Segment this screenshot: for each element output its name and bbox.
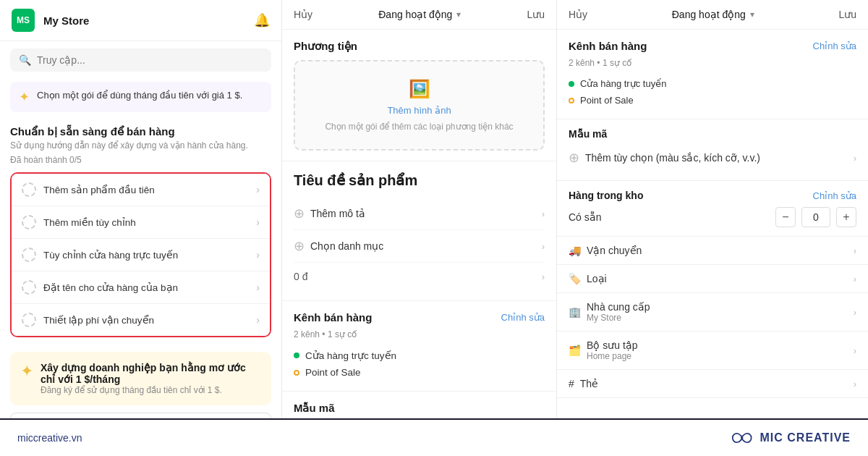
upgrade-banner: ✦ Xây dựng doanh nghiệp bạn hằng mơ ước … bbox=[10, 352, 271, 405]
footer-logo: MIC CREATIVE bbox=[728, 429, 851, 447]
right-kenh-meta: 2 kênh • 1 sự cố bbox=[569, 58, 856, 68]
quantity-minus-button[interactable]: − bbox=[775, 207, 796, 227]
setup-chevron-2-icon: › bbox=[256, 216, 260, 228]
setup-chevron-1-icon: › bbox=[256, 184, 260, 195]
collection-icon: 🗂️ bbox=[569, 345, 581, 356]
footer-logo-text: MIC CREATIVE bbox=[760, 431, 851, 444]
setup-check-2 bbox=[22, 215, 36, 229]
search-icon: 🔍 bbox=[19, 54, 31, 66]
svg-point-0 bbox=[740, 436, 743, 439]
right-panel-header: Hủy Đang hoạt động ▾ Lưu bbox=[557, 0, 868, 30]
setup-check-4 bbox=[22, 280, 36, 295]
right-kenh-section: Kênh bán hàng Chỉnh sửa 2 kênh • 1 sự cố… bbox=[557, 30, 868, 119]
them-mo-ta-chevron-icon: › bbox=[542, 208, 545, 219]
hang-trong-kho-section: Hàng trong kho Chỉnh sửa Có sẵn − 0 + bbox=[557, 181, 868, 237]
right-kenh-item-1: Cửa hàng trực tuyến bbox=[569, 75, 856, 92]
upload-image-icon: 🖼️ bbox=[409, 79, 430, 99]
phuong-tien-section: Phương tiện 🖼️ Thêm hình ảnh Chọn một gó… bbox=[282, 30, 556, 161]
right-mau-ma-label: ⊕ Thêm tùy chọn (màu sắc, kích cỡ, v.v.) bbox=[569, 150, 760, 166]
them-mo-ta-row[interactable]: ⊕ Thêm mô tả › bbox=[294, 198, 545, 230]
the-row[interactable]: # Thẻ › bbox=[557, 370, 868, 398]
middle-kenh-yellow-dot bbox=[294, 370, 299, 376]
right-save-button[interactable]: Lưu bbox=[838, 9, 856, 20]
truck-icon: 🚚 bbox=[569, 245, 581, 256]
setup-item-2[interactable]: Thêm miền tùy chỉnh › bbox=[12, 206, 270, 239]
middle-mau-ma-section: Mẫu mã ⊕ Thêm tùy chọn (màu sắc, kích cỡ… bbox=[282, 392, 556, 418]
middle-kenh-item-1: Cửa hàng trực tuyến bbox=[294, 347, 545, 364]
nha-cung-cap-row[interactable]: 🏢 Nhà cung cấp My Store › bbox=[557, 293, 868, 332]
product-title-heading: Tiêu đề sản phẩm bbox=[294, 172, 545, 189]
the-label: # Thẻ bbox=[569, 378, 598, 389]
quantity-value: 0 bbox=[801, 207, 830, 227]
middle-status-dropdown[interactable]: Đang hoạt động ▾ bbox=[378, 9, 461, 20]
setup-section: Chuẩn bị sẵn sàng để bán hàng Sử dụng hư… bbox=[0, 115, 281, 352]
middle-save-button[interactable]: Lưu bbox=[527, 9, 545, 20]
nha-cung-cap-label: 🏢 Nhà cung cấp My Store bbox=[569, 301, 650, 323]
search-bar[interactable]: 🔍 bbox=[10, 48, 271, 72]
setup-item-label-2: Thêm miền tùy chỉnh bbox=[43, 216, 249, 228]
setup-item-5[interactable]: Thiết lập phí vận chuyển › bbox=[12, 304, 270, 336]
middle-kenh-edit-button[interactable]: Chỉnh sửa bbox=[501, 312, 545, 323]
bo-suu-tap-text: Bộ sưu tập bbox=[587, 339, 638, 351]
right-kenh-green-dot bbox=[569, 81, 574, 87]
hash-icon: # bbox=[569, 378, 574, 389]
setup-check-1 bbox=[22, 182, 36, 197]
right-mau-ma-row[interactable]: ⊕ Thêm tùy chọn (màu sắc, kích cỡ, v.v.)… bbox=[569, 144, 856, 172]
chon-danh-muc-add-icon: ⊕ bbox=[294, 238, 305, 254]
right-status-dropdown[interactable]: Đang hoạt động ▾ bbox=[672, 9, 754, 20]
them-mo-ta-text: Thêm mô tả bbox=[310, 208, 365, 219]
left-panel: MS My Store 🔔 🔍 ✦ Chọn một gói để dùng t… bbox=[0, 0, 282, 418]
right-status-chevron-icon: ▾ bbox=[750, 9, 754, 20]
main-container: MS My Store 🔔 🔍 ✦ Chọn một gói để dùng t… bbox=[0, 0, 868, 456]
setup-item-label-1: Thêm sản phẩm đầu tiên bbox=[43, 184, 249, 195]
store-name: My Store bbox=[43, 14, 245, 27]
middle-kenh-section: Kênh bán hàng Chỉnh sửa 2 kênh • 1 sự cố… bbox=[282, 301, 556, 392]
setup-item-4[interactable]: Đặt tên cho cửa hàng của bạn › bbox=[12, 271, 270, 304]
middle-cancel-button[interactable]: Hủy bbox=[294, 9, 312, 20]
hang-trong-kho-edit-button[interactable]: Chỉnh sửa bbox=[813, 190, 856, 201]
middle-kenh-title: Kênh bán hàng bbox=[294, 311, 372, 324]
setup-check-3 bbox=[22, 248, 36, 262]
nha-cung-cap-chevron-icon: › bbox=[854, 307, 856, 318]
media-upload-area[interactable]: 🖼️ Thêm hình ảnh Chọn một gói để thêm cá… bbox=[294, 60, 545, 151]
right-kenh-item-1-label: Cửa hàng trực tuyến bbox=[580, 78, 666, 89]
upgrade-title: Xây dựng doanh nghiệp bạn hằng mơ ước ch… bbox=[41, 362, 261, 385]
setup-chevron-5-icon: › bbox=[256, 314, 260, 326]
right-panel: Hủy Đang hoạt động ▾ Lưu Kênh bán hàng C… bbox=[557, 0, 868, 418]
setup-progress: Đã hoàn thành 0/5 bbox=[10, 155, 271, 165]
building-icon: 🏢 bbox=[569, 306, 581, 318]
setup-item-3[interactable]: Tùy chỉnh cửa hàng trực tuyến › bbox=[12, 239, 270, 271]
hang-row: Có sẵn − 0 + bbox=[569, 207, 856, 227]
right-kenh-item-2: Point of Sale bbox=[569, 92, 856, 109]
gia-row[interactable]: 0 đ › bbox=[294, 263, 545, 290]
van-chuyen-row[interactable]: 🚚 Vận chuyển › bbox=[557, 237, 868, 265]
bell-icon[interactable]: 🔔 bbox=[254, 12, 270, 28]
setup-item-label-4: Đặt tên cho cửa hàng của bạn bbox=[43, 282, 249, 293]
right-mau-ma-title: Mẫu mã bbox=[569, 128, 856, 140]
middle-kenh-green-dot bbox=[294, 352, 299, 358]
bo-suu-tap-row[interactable]: 🗂️ Bộ sưu tập Home page › bbox=[557, 332, 868, 370]
right-kenh-yellow-dot bbox=[569, 98, 574, 104]
them-mo-ta-label: ⊕ Thêm mô tả bbox=[294, 206, 365, 221]
right-cancel-button[interactable]: Hủy bbox=[569, 9, 587, 20]
setup-chevron-3-icon: › bbox=[256, 249, 260, 261]
promo-star-icon: ✦ bbox=[19, 89, 30, 105]
choose-plan-button[interactable]: Chọn một gói bbox=[10, 413, 271, 418]
middle-status-chevron-icon: ▾ bbox=[456, 9, 461, 20]
them-mo-ta-add-icon: ⊕ bbox=[294, 206, 305, 221]
footer: miccreative.vn MIC CREATIVE bbox=[0, 418, 868, 456]
store-avatar[interactable]: MS bbox=[12, 9, 35, 32]
right-kenh-edit-button[interactable]: Chỉnh sửa bbox=[813, 41, 856, 51]
product-title-section: Tiêu đề sản phẩm ⊕ Thêm mô tả › ⊕ Chọn d… bbox=[282, 161, 556, 301]
quantity-control: − 0 + bbox=[775, 207, 856, 227]
promo-banner: ✦ Chọn một gói để dùng tháng đầu tiên vớ… bbox=[10, 82, 271, 112]
loai-row[interactable]: 🏷️ Loại › bbox=[557, 265, 868, 293]
phuong-tien-title: Phương tiện bbox=[294, 40, 545, 53]
chon-danh-muc-row[interactable]: ⊕ Chọn danh mục › bbox=[294, 230, 545, 263]
search-input[interactable] bbox=[37, 54, 263, 66]
middle-status-label: Đang hoạt động bbox=[378, 9, 452, 20]
right-mau-ma-text: Thêm tùy chọn (màu sắc, kích cỡ, v.v.) bbox=[585, 152, 760, 164]
mic-creative-logo-icon bbox=[728, 429, 754, 447]
setup-item-1[interactable]: Thêm sản phẩm đầu tiên › bbox=[12, 174, 270, 206]
quantity-plus-button[interactable]: + bbox=[836, 207, 856, 227]
